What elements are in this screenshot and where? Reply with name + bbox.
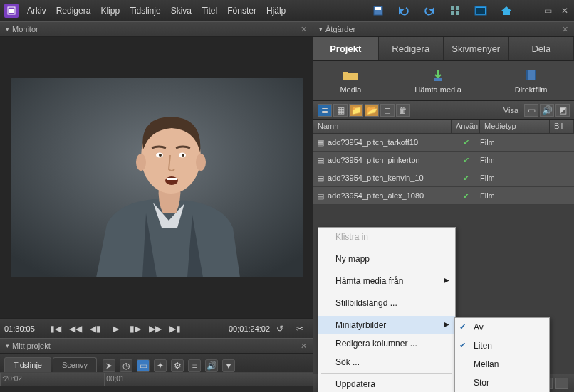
goto-next-icon[interactable]: ▶▮ [167,322,184,336]
undo-icon[interactable] [397,4,410,17]
pointer-tool-icon[interactable]: ➤ [103,359,115,372]
video-preview[interactable] [11,78,303,277]
timeline-ruler[interactable]: :20:02 00;01 [0,372,313,392]
grid-view-icon[interactable]: ▦ [333,104,348,117]
play-icon[interactable]: ▶ [107,322,124,336]
right-tabs: Projekt Redigera Skivmenyer Dela [313,37,574,61]
col-name[interactable]: Namn [313,120,452,133]
table-row[interactable]: ▤ ado?3954_pitch_kenvin_10 ✔ Film [313,169,574,187]
ctx-thumbnails[interactable]: Miniatyrbilder ▶ [318,316,455,334]
table-row[interactable]: ▤ ado?3954_pitch_tarkoff10 ✔ Film [313,134,574,152]
filter-video-icon[interactable]: ▭ [524,104,538,117]
fastfwd-icon[interactable]: ▶▶ [147,322,164,336]
titlebar: Arkiv Redigera Klipp Tidslinje Skiva Tit… [0,0,574,21]
menu-skiva[interactable]: Skiva [171,6,192,16]
gear-tool-icon[interactable]: ⚙ [171,359,184,372]
actions-panel-header[interactable]: ▾ Åtgärder ✕ [313,21,574,37]
grid-icon[interactable] [449,4,461,17]
panel-close-icon[interactable]: ✕ [301,25,307,34]
redo-icon[interactable] [423,4,436,17]
rewind-icon[interactable]: ◀◀ [67,322,84,336]
monitor-panel-header[interactable]: ▾ Monitor ✕ [0,21,313,37]
minimize-button[interactable]: — [526,6,536,16]
ctx-refresh[interactable]: Uppdatera [318,375,455,392]
sub-off[interactable]: ✔ Av [455,318,549,337]
panel-close-icon[interactable]: ✕ [562,25,568,34]
svg-point-18 [165,176,178,185]
get-media-button[interactable]: Hämta media [414,68,461,94]
menu-redigera[interactable]: Redigera [56,6,91,16]
table-row[interactable]: ▤ ado?3954_pitch_pinkerton_ ✔ Film [313,152,574,169]
split-icon[interactable]: ✂ [291,322,308,336]
download-icon [429,68,447,83]
ctx-get-media-from[interactable]: Hämta media från ▶ [318,272,455,290]
list-view-icon[interactable]: ≣ [318,104,332,117]
save-icon[interactable] [372,4,385,17]
col-bil[interactable]: Bil [550,120,574,133]
step-fwd-icon[interactable]: ▮▶ [127,322,144,336]
effects-tool-icon[interactable]: ✦ [154,359,167,372]
tab-redigera[interactable]: Redigera [379,37,444,60]
table-row[interactable]: ▤ ado?3954_pitch_alex_1080 ✔ Film [313,187,574,205]
panel-close-icon[interactable]: ✕ [301,341,307,351]
tab-skivmenyer[interactable]: Skivmenyer [444,37,509,60]
ctx-still-duration[interactable]: Stillbildslängd ... [318,294,455,312]
new-bin-icon[interactable]: ◻ [380,104,395,117]
loop-icon[interactable]: ↺ [271,322,288,336]
visa-label: Visa [503,106,518,115]
svg-rect-1 [9,9,14,13]
clip-type: Film [480,191,550,200]
new-folder-icon[interactable]: 📁 [349,104,363,117]
tool-square-icon[interactable] [555,378,568,389]
col-use[interactable]: Använ [452,120,480,133]
dropdown-icon[interactable]: ▾ [222,359,235,372]
mitt-projekt-label: Mitt projekt [12,341,51,350]
goto-prev-icon[interactable]: ▮◀ [47,322,64,336]
new-item-icon[interactable]: 📂 [365,104,379,117]
tab-dela[interactable]: Dela [509,37,575,60]
check-icon: ✔ [459,322,466,332]
instant-movie-button[interactable]: Direktfilm [515,68,548,94]
ruler-tick: 00;01 [104,373,208,386]
project-panel-header[interactable]: ▾ Mitt projekt ✕ [0,338,313,354]
ctx-edit-columns[interactable]: Redigera kolumner ... [318,334,455,353]
trash-icon[interactable]: 🗑 [396,104,410,117]
tab-tidslinje[interactable]: Tidslinje [4,357,51,372]
menu-tidslinje[interactable]: Tidslinje [130,6,161,16]
filter-still-icon[interactable]: ◩ [555,104,570,117]
clip-icon: ▤ [313,191,328,201]
col-type[interactable]: Medietyp [480,120,550,133]
clip-name: ado?3954_pitch_tarkoff10 [328,138,452,147]
timecode-right[interactable]: 00;01:24:02 [229,324,268,333]
step-back-icon[interactable]: ◀▮ [87,322,104,336]
marker-tool-icon[interactable]: ▭ [137,359,150,372]
home-icon[interactable] [500,4,513,17]
clip-type: Film [480,174,550,182]
filter-audio-icon[interactable]: 🔊 [540,104,554,117]
tab-projekt[interactable]: Projekt [313,37,379,60]
transport-bar: 01:30:05 ▮◀ ◀◀ ◀▮ ▶ ▮▶ ▶▶ ▶▮ 00;01:24:02… [0,318,313,338]
audio-tool-icon[interactable]: 🔊 [205,359,218,372]
menu-arkiv[interactable]: Arkiv [27,6,46,16]
fullscreen-icon[interactable] [474,4,487,17]
menu-titel[interactable]: Titel [202,6,217,16]
menu-hjalp[interactable]: Hjälp [266,6,286,16]
sub-small[interactable]: ✔ Liten [455,337,549,355]
ctx-new-folder[interactable]: Ny mapp [318,250,455,268]
menu-klipp[interactable]: Klipp [100,6,120,16]
timecode-left[interactable]: 01:30:05 [4,324,44,333]
sub-medium[interactable]: Mellan [455,355,549,374]
menu-fonster[interactable]: Fönster [227,6,256,16]
tab-scenvy[interactable]: Scenvy [53,357,97,372]
table-header: Namn Använ Medietyp Bil [313,120,574,134]
media-button[interactable]: Media [340,68,361,94]
maximize-button[interactable]: ▭ [543,6,553,16]
clock-tool-icon[interactable]: ◷ [120,359,132,372]
svg-rect-9 [476,8,485,14]
ctx-find[interactable]: Sök ... [318,353,455,371]
svg-rect-3 [375,7,381,10]
close-button[interactable]: ✕ [560,6,570,16]
sub-large[interactable]: Stor [455,374,549,392]
window-controls: — ▭ ✕ [526,6,570,16]
track-tool-icon[interactable]: ≡ [188,359,201,372]
